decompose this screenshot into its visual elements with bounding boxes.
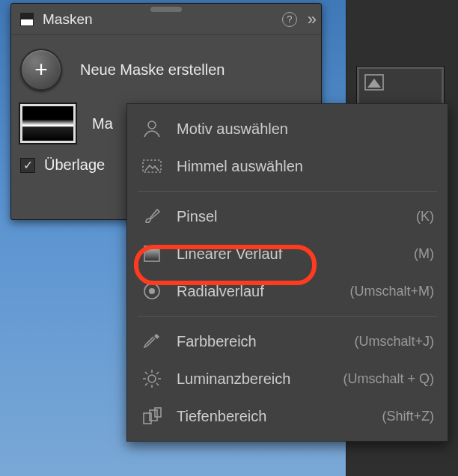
menu-item-label: Himmel auswählen [177,158,421,175]
create-mask-row[interactable]: + Neue Maske erstellen [11,35,321,104]
menu-item-label: Tiefenbereich [177,408,368,425]
svg-line-13 [156,383,159,385]
menu-item-label: Pinsel [177,208,403,225]
gradient-icon [141,242,163,265]
menu-item-depth-range[interactable]: Tiefenbereich (Shift+Z) [127,397,448,435]
menu-item-brush[interactable]: Pinsel (K) [127,198,448,235]
menu-item-luminance-range[interactable]: Luminanzbereich (Umschalt + Q) [127,360,448,397]
mask-header-thumb [20,13,34,26]
menu-item-color-range[interactable]: Farbbereich (Umschalt+J) [127,323,448,360]
collapse-chevrons-icon[interactable]: » [308,10,312,29]
menu-item-shortcut: (K) [416,209,434,225]
menu-item-linear-gradient[interactable]: Linearer Verlauf (M) [127,235,448,272]
svg-rect-4 [145,247,159,260]
svg-point-6 [149,288,155,294]
navigator-mark-icon [364,74,384,91]
create-mask-label: Neue Maske erstellen [80,61,225,79]
menu-item-shortcut: (Umschalt+J) [354,334,434,350]
help-icon[interactable]: ? [282,12,297,27]
add-mask-button[interactable]: + [20,49,62,91]
overlay-label: Überlage [44,156,105,174]
menu-item-shortcut: (Umschalt + Q) [343,371,434,387]
svg-line-15 [156,372,159,374]
menu-item-select-sky[interactable]: Himmel auswählen [127,147,448,185]
menu-item-label: Radialverlauf [177,283,336,300]
svg-point-1 [148,121,156,129]
depth-icon [141,405,163,427]
menu-item-label: Motiv auswählen [177,120,421,138]
eyedrop-icon [141,330,163,353]
menu-separator [138,316,437,317]
svg-line-14 [145,383,147,385]
masks-panel-header: Masken ? » [11,4,321,35]
overlay-checkbox[interactable]: ✓ [20,158,35,173]
menu-item-label: Farbbereich [177,333,341,350]
menu-separator [138,191,437,192]
menu-item-shortcut: (M) [414,246,434,262]
menu-item-radial-gradient[interactable]: Radialverlauf (Umschalt+M) [127,272,448,310]
svg-line-12 [145,372,147,374]
mask-type-menu: Motiv auswählen Himmel auswählen Pinsel … [126,103,448,442]
brush-icon [141,205,163,228]
person-icon [141,118,163,140]
menu-item-label: Luminanzbereich [177,370,329,388]
menu-item-shortcut: (Umschalt+M) [349,284,434,299]
svg-point-7 [148,375,156,382]
mask-thumbnail[interactable] [20,104,76,143]
mask-item-label: Ma [92,115,113,132]
luminance-icon [141,367,163,390]
masks-panel-title: Masken [43,11,93,28]
radial-icon [141,280,163,302]
svg-rect-18 [155,408,161,417]
menu-item-select-subject[interactable]: Motiv auswählen [127,110,448,147]
menu-item-label: Linearer Verlauf [177,245,400,263]
menu-item-shortcut: (Shift+Z) [382,409,434,424]
sky-icon [141,155,163,177]
